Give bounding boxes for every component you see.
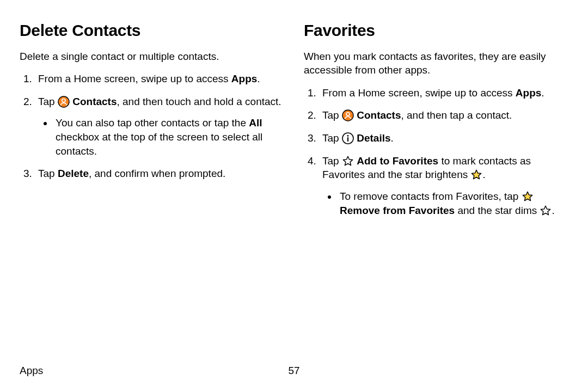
text: and the star dims bbox=[455, 205, 540, 216]
star-filled-icon bbox=[470, 169, 482, 181]
bold-delete: Delete bbox=[58, 168, 89, 179]
step-2: Tap Contacts, and then touch and hold a … bbox=[35, 95, 284, 158]
text: . bbox=[391, 132, 394, 144]
text: , and confirm when prompted. bbox=[89, 168, 225, 179]
text: . bbox=[552, 205, 554, 216]
text: , and then tap a contact. bbox=[401, 109, 512, 121]
text: Tap bbox=[38, 96, 58, 107]
bold-details: Details bbox=[357, 132, 390, 144]
bold-remove-from-favorites: Remove from Favorites bbox=[340, 205, 455, 216]
steps-delete-contacts: From a Home screen, swipe up to access A… bbox=[20, 72, 284, 181]
text: , and then touch and hold a contact. bbox=[117, 96, 281, 107]
contacts-icon bbox=[342, 109, 354, 121]
text: To remove contacts from Favorites, tap bbox=[340, 191, 522, 202]
heading-favorites: Favorites bbox=[304, 20, 568, 42]
text: You can also tap other contacts or tap t… bbox=[56, 117, 249, 128]
text: Tap bbox=[38, 168, 58, 179]
contacts-icon bbox=[58, 96, 70, 108]
text: Tap bbox=[322, 155, 342, 167]
heading-delete-contacts: Delete Contacts bbox=[20, 20, 284, 42]
svg-rect-6 bbox=[347, 137, 348, 142]
substeps: You can also tap other contacts or tap t… bbox=[38, 116, 284, 158]
lead-favorites: When you mark contacts as favorites, the… bbox=[304, 50, 568, 77]
step-3: Tap Details. bbox=[319, 131, 568, 145]
footer-section: Apps bbox=[20, 365, 43, 376]
bold-apps: Apps bbox=[516, 87, 542, 99]
text: . bbox=[482, 169, 485, 180]
bold-apps: Apps bbox=[231, 73, 258, 84]
star-outline-icon bbox=[540, 205, 552, 217]
step-1: From a Home screen, swipe up to access A… bbox=[319, 86, 568, 100]
footer-page-number: 57 bbox=[288, 364, 299, 378]
bold-all: All bbox=[249, 117, 262, 128]
right-column: Favorites When you mark contacts as favo… bbox=[299, 20, 568, 387]
text: From a Home screen, swipe up to access bbox=[38, 73, 231, 84]
star-outline-icon bbox=[342, 155, 354, 167]
lead-delete-contacts: Delete a single contact or multiple cont… bbox=[20, 50, 284, 64]
text: checkbox at the top of the screen to sel… bbox=[56, 131, 262, 157]
steps-favorites: From a Home screen, swipe up to access A… bbox=[304, 86, 568, 217]
text: . bbox=[257, 73, 260, 84]
svg-point-5 bbox=[347, 135, 349, 137]
text: Tap bbox=[322, 132, 342, 144]
step-3: Tap Delete, and confirm when prompted. bbox=[35, 167, 284, 181]
left-column: Delete Contacts Delete a single contact … bbox=[20, 20, 299, 387]
bold-contacts: Contacts bbox=[72, 96, 117, 107]
manual-page: Delete Contacts Delete a single contact … bbox=[0, 0, 588, 392]
info-icon bbox=[342, 132, 354, 144]
text: From a Home screen, swipe up to access bbox=[322, 87, 516, 99]
page-footer: Apps 57 bbox=[20, 364, 568, 378]
step-2: Tap Contacts, and then tap a contact. bbox=[319, 108, 568, 122]
text: Tap bbox=[322, 109, 342, 121]
substep: To remove contacts from Favorites, tap R… bbox=[338, 189, 568, 217]
bold-add-to-favorites: Add to Favorites bbox=[357, 155, 438, 167]
star-filled-icon bbox=[522, 191, 534, 203]
step-1: From a Home screen, swipe up to access A… bbox=[35, 72, 284, 86]
text: . bbox=[541, 87, 544, 99]
substeps: To remove contacts from Favorites, tap R… bbox=[322, 189, 568, 217]
bold-contacts: Contacts bbox=[357, 109, 401, 121]
substep: You can also tap other contacts or tap t… bbox=[53, 116, 284, 158]
step-4: Tap Add to Favorites to mark contacts as… bbox=[319, 154, 568, 218]
